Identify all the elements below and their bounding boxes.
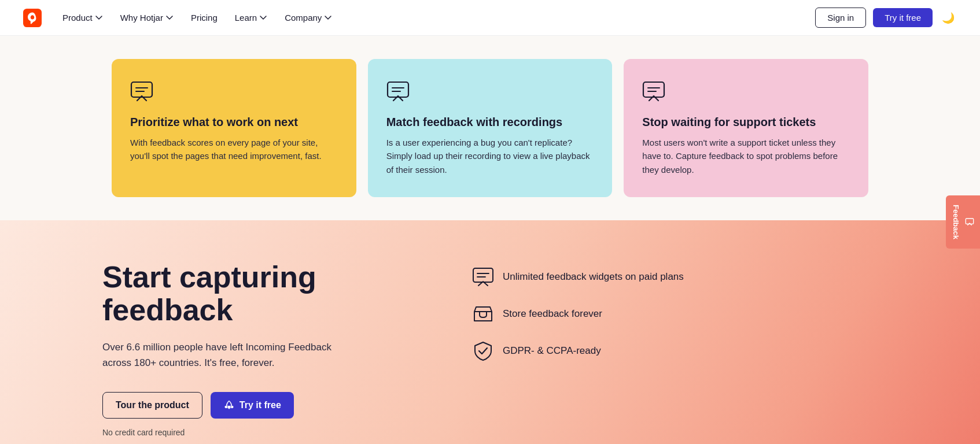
cta-right: Unlimited feedback widgets on paid plans…	[473, 261, 878, 361]
cta-subtitle: Over 6.6 million people have left Incomi…	[102, 339, 357, 371]
svg-rect-7	[643, 82, 664, 97]
feature-text-3: GDPR- & CCPA-ready	[503, 345, 601, 357]
chevron-down-icon	[324, 14, 332, 22]
feedback-icon	[130, 80, 153, 103]
card-stop-waiting: Stop waiting for support tickets Most us…	[624, 59, 868, 197]
no-credit-card-text: No credit card required	[102, 428, 426, 437]
chevron-down-icon	[165, 14, 174, 22]
main-content: Prioritize what to work on next With fee…	[0, 36, 980, 444]
cta-section: Start capturing feedback Over 6.6 millio…	[0, 220, 980, 444]
nav-learn[interactable]: Learn	[235, 13, 267, 23]
cta-title: Start capturing feedback	[102, 261, 426, 327]
feature-item-2: Store feedback forever	[473, 304, 878, 324]
try-free-cta-button[interactable]: Try it free	[211, 392, 294, 419]
card-prioritize: Prioritize what to work on next With fee…	[112, 59, 356, 197]
dark-mode-toggle[interactable]: 🌙	[940, 9, 957, 27]
signin-button[interactable]: Sign in	[815, 8, 866, 28]
nav-company[interactable]: Company	[285, 13, 332, 23]
nav-product[interactable]: Product	[62, 13, 103, 23]
chevron-down-icon	[259, 14, 267, 22]
card-desc-2: Is a user experiencing a bug you can't r…	[386, 136, 594, 176]
card-title-2: Match feedback with recordings	[386, 116, 594, 129]
try-it-free-nav-button[interactable]: Try it free	[873, 8, 933, 27]
chevron-down-icon	[95, 14, 103, 22]
card-desc-1: With feedback scores on every page of yo…	[130, 136, 338, 163]
navbar: Product Why Hotjar Pricing Learn Company…	[0, 0, 980, 36]
nav-why-hotjar[interactable]: Why Hotjar	[120, 13, 174, 23]
store-icon	[473, 304, 493, 324]
svg-rect-11	[473, 268, 493, 282]
nav-right: Sign in Try it free 🌙	[815, 8, 957, 28]
gdpr-shield-icon	[473, 341, 493, 361]
feedback-icon-3	[642, 80, 665, 103]
svg-rect-4	[388, 82, 408, 97]
card-title-3: Stop waiting for support tickets	[642, 116, 850, 129]
cta-inner: Start capturing feedback Over 6.6 millio…	[102, 261, 878, 437]
nav-left: Product Why Hotjar Pricing Learn Company	[23, 9, 332, 27]
moon-icon: 🌙	[942, 12, 955, 24]
feedback-tab-icon	[965, 217, 974, 227]
cta-buttons: Tour the product Try it free	[102, 392, 426, 419]
svg-rect-1	[131, 82, 152, 97]
feature-list: Unlimited feedback widgets on paid plans…	[473, 267, 878, 361]
card-match-feedback: Match feedback with recordings Is a user…	[368, 59, 613, 197]
nav-links: Product Why Hotjar Pricing Learn Company	[62, 13, 332, 23]
cta-left: Start capturing feedback Over 6.6 millio…	[102, 261, 426, 437]
feature-item-1: Unlimited feedback widgets on paid plans	[473, 267, 878, 287]
logo[interactable]	[23, 9, 42, 27]
feature-text-2: Store feedback forever	[503, 308, 602, 320]
nav-pricing[interactable]: Pricing	[191, 13, 218, 23]
svg-point-10	[228, 404, 230, 405]
feedback-icon-2	[386, 80, 410, 103]
rocket-icon	[223, 399, 235, 411]
feature-cards-section: Prioritize what to work on next With fee…	[102, 36, 878, 220]
widgets-icon	[473, 267, 493, 287]
hotjar-logo-icon	[23, 9, 42, 27]
feature-item-3: GDPR- & CCPA-ready	[473, 341, 878, 361]
feature-text-1: Unlimited feedback widgets on paid plans	[503, 271, 684, 283]
card-desc-3: Most users won't write a support ticket …	[642, 136, 850, 176]
feedback-side-tab[interactable]: Feedback	[946, 195, 980, 249]
card-title-1: Prioritize what to work on next	[130, 116, 338, 129]
tour-product-button[interactable]: Tour the product	[102, 392, 202, 419]
